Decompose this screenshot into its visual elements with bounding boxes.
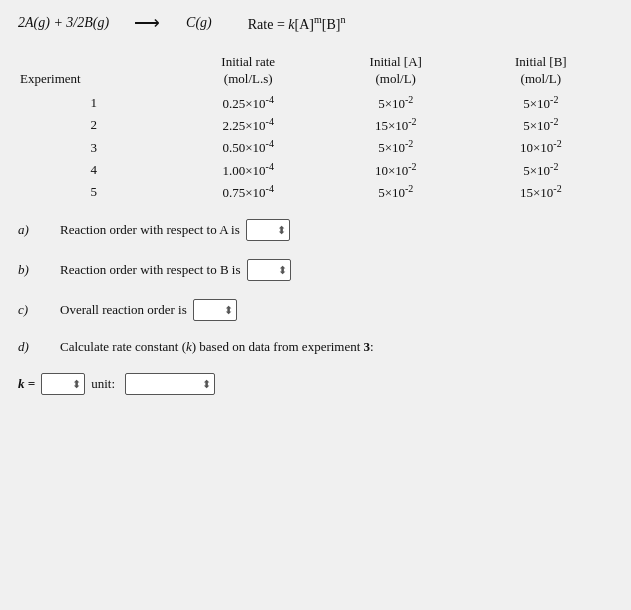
col-header-rate: Initial rate(mol/L.s) <box>174 52 323 92</box>
B-value: 15×10-2 <box>469 181 613 203</box>
q-text-d: Calculate rate constant (k) based on dat… <box>60 339 374 355</box>
overall-order-select[interactable] <box>193 299 237 321</box>
reaction-order-b-select[interactable] <box>247 259 291 281</box>
A-value: 5×10-2 <box>323 181 469 203</box>
exp-number: 5 <box>18 181 174 203</box>
reaction-left: 2A(g) + 3/2B(g) <box>18 15 109 31</box>
rate-value: 0.75×10-4 <box>174 181 323 203</box>
q-text-c: Overall reaction order is <box>60 302 187 318</box>
reaction-right: C(g) <box>186 15 212 31</box>
table-row: 4 1.00×10-4 10×10-2 5×10-2 <box>18 159 613 181</box>
exp-number: 2 <box>18 114 174 136</box>
question-d: d) Calculate rate constant (k) based on … <box>18 339 613 355</box>
A-value: 15×10-2 <box>323 114 469 136</box>
table-row: 1 0.25×10-4 5×10-2 5×10-2 <box>18 92 613 114</box>
rate-value: 0.25×10-4 <box>174 92 323 114</box>
k-value-select[interactable] <box>41 373 85 395</box>
data-table: Experiment Initial rate(mol/L.s) Initial… <box>18 52 613 203</box>
reaction-arrow: ⟶ <box>127 12 168 34</box>
table-row: 3 0.50×10-4 5×10-2 10×10-2 <box>18 136 613 158</box>
rate-value: 0.50×10-4 <box>174 136 323 158</box>
exp-number: 3 <box>18 136 174 158</box>
col-header-experiment: Experiment <box>18 52 174 92</box>
unit-label: unit: <box>91 376 115 392</box>
q-text-a: Reaction order with respect to A is <box>60 222 240 238</box>
q-text-b: Reaction order with respect to B is <box>60 262 241 278</box>
q-label-d: d) <box>18 339 48 355</box>
B-value: 5×10-2 <box>469 92 613 114</box>
q-label-a: a) <box>18 222 48 238</box>
B-value: 5×10-2 <box>469 114 613 136</box>
q-label-c: c) <box>18 302 48 318</box>
k-label: k = <box>18 376 35 392</box>
unit-select[interactable] <box>125 373 215 395</box>
B-value: 10×10-2 <box>469 136 613 158</box>
rate-expression: Rate = k[A]m[B]n <box>248 14 346 33</box>
rate-value: 2.25×10-4 <box>174 114 323 136</box>
col-header-A: Initial [A](mol/L) <box>323 52 469 92</box>
B-value: 5×10-2 <box>469 159 613 181</box>
A-value: 5×10-2 <box>323 136 469 158</box>
q-label-b: b) <box>18 262 48 278</box>
question-b: b) Reaction order with respect to B is <box>18 259 613 281</box>
rate-value: 1.00×10-4 <box>174 159 323 181</box>
A-value: 10×10-2 <box>323 159 469 181</box>
table-row: 5 0.75×10-4 5×10-2 15×10-2 <box>18 181 613 203</box>
exp-number: 4 <box>18 159 174 181</box>
question-c: c) Overall reaction order is <box>18 299 613 321</box>
A-value: 5×10-2 <box>323 92 469 114</box>
reaction-order-a-select[interactable] <box>246 219 290 241</box>
exp-number: 1 <box>18 92 174 114</box>
question-a: a) Reaction order with respect to A is <box>18 219 613 241</box>
k-row: k = unit: <box>18 373 613 395</box>
table-row: 2 2.25×10-4 15×10-2 5×10-2 <box>18 114 613 136</box>
col-header-B: Initial [B](mol/L) <box>469 52 613 92</box>
reaction-line: 2A(g) + 3/2B(g) ⟶ C(g) Rate = k[A]m[B]n <box>18 12 613 34</box>
page: 2A(g) + 3/2B(g) ⟶ C(g) Rate = k[A]m[B]n … <box>0 0 631 610</box>
